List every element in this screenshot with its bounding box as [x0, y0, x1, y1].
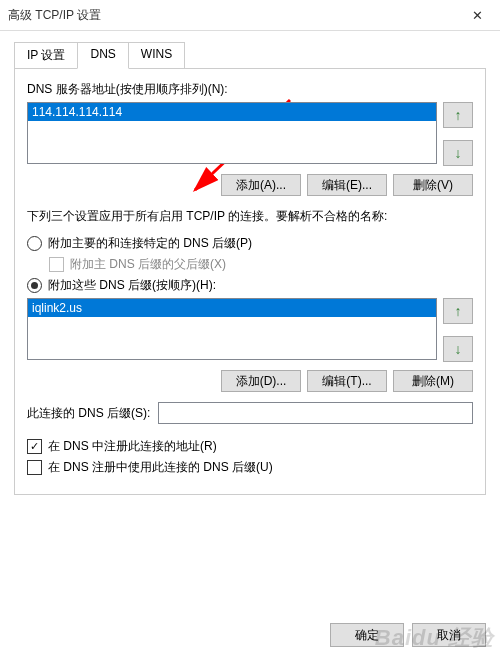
move-down-button[interactable]: ↓ [443, 140, 473, 166]
tab-strip: IP 设置 DNS WINS [14, 42, 486, 69]
radio-these-suffixes[interactable]: 附加这些 DNS 后缀(按顺序)(H): [27, 277, 473, 294]
close-icon: ✕ [472, 8, 483, 23]
conn-suffix-input[interactable] [158, 402, 473, 424]
checkbox-icon [27, 439, 42, 454]
dns-servers-label: DNS 服务器地址(按使用顺序排列)(N): [27, 81, 473, 98]
suffix-add-button[interactable]: 添加(D)... [221, 370, 301, 392]
dns-add-button[interactable]: 添加(A)... [221, 174, 301, 196]
radio-label: 附加这些 DNS 后缀(按顺序)(H): [48, 277, 216, 294]
dns-panel: DNS 服务器地址(按使用顺序排列)(N): 114.114.114.114 ↑… [14, 68, 486, 495]
tab-wins[interactable]: WINS [128, 42, 185, 69]
check-label: 附加主 DNS 后缀的父后缀(X) [70, 256, 226, 273]
check-label: 在 DNS 注册中使用此连接的 DNS 后缀(U) [48, 459, 273, 476]
conn-suffix-label: 此连接的 DNS 后缀(S): [27, 405, 150, 422]
arrow-up-icon: ↑ [455, 303, 462, 319]
window-title: 高级 TCP/IP 设置 [8, 7, 101, 24]
tab-dns[interactable]: DNS [77, 42, 128, 69]
radio-label: 附加主要的和连接特定的 DNS 后缀(P) [48, 235, 252, 252]
radio-icon [27, 278, 42, 293]
arrow-up-icon: ↑ [455, 107, 462, 123]
dns-suffix-list[interactable]: iqlink2.us [27, 298, 437, 360]
tab-ip-settings[interactable]: IP 设置 [14, 42, 78, 69]
titlebar: 高级 TCP/IP 设置 ✕ [0, 0, 500, 31]
radio-primary-suffix[interactable]: 附加主要的和连接特定的 DNS 后缀(P) [27, 235, 473, 252]
check-parent-suffix: 附加主 DNS 后缀的父后缀(X) [49, 256, 473, 273]
list-item[interactable]: iqlink2.us [28, 299, 436, 317]
tab-label: WINS [141, 47, 172, 61]
close-button[interactable]: ✕ [455, 0, 500, 30]
suffix-edit-button[interactable]: 编辑(T)... [307, 370, 387, 392]
tab-label: IP 设置 [27, 48, 65, 62]
cancel-button[interactable]: 取消 [412, 623, 486, 647]
dns-remove-button[interactable]: 删除(V) [393, 174, 473, 196]
checkbox-icon [27, 460, 42, 475]
suffix-intro: 下列三个设置应用于所有启用 TCP/IP 的连接。要解析不合格的名称: [27, 208, 473, 225]
dns-servers-list[interactable]: 114.114.114.114 [27, 102, 437, 164]
tab-label: DNS [90, 47, 115, 61]
radio-icon [27, 236, 42, 251]
move-down-button[interactable]: ↓ [443, 336, 473, 362]
arrow-down-icon: ↓ [455, 341, 462, 357]
check-register-address[interactable]: 在 DNS 中注册此连接的地址(R) [27, 438, 473, 455]
move-up-button[interactable]: ↑ [443, 298, 473, 324]
dns-edit-button[interactable]: 编辑(E)... [307, 174, 387, 196]
checkbox-icon [49, 257, 64, 272]
list-item[interactable]: 114.114.114.114 [28, 103, 436, 121]
check-label: 在 DNS 中注册此连接的地址(R) [48, 438, 217, 455]
suffix-remove-button[interactable]: 删除(M) [393, 370, 473, 392]
arrow-down-icon: ↓ [455, 145, 462, 161]
ok-button[interactable]: 确定 [330, 623, 404, 647]
check-use-suffix[interactable]: 在 DNS 注册中使用此连接的 DNS 后缀(U) [27, 459, 473, 476]
move-up-button[interactable]: ↑ [443, 102, 473, 128]
